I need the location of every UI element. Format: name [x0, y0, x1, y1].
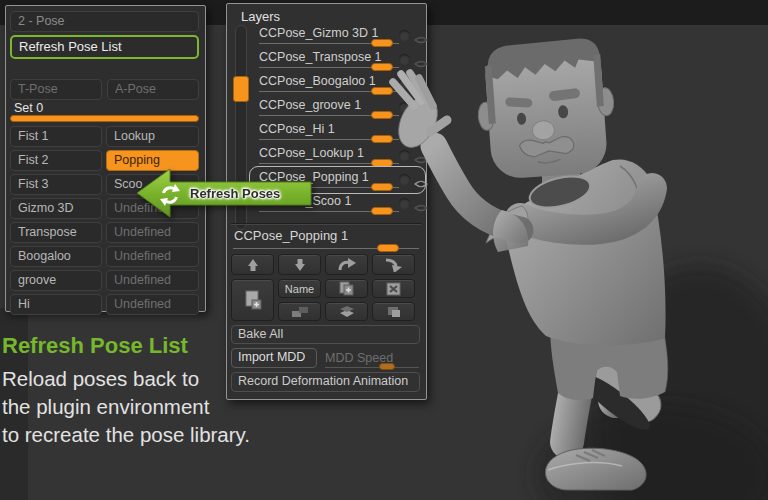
curved-arrow-down-right-icon: [384, 257, 404, 272]
split-layer-icon: [339, 305, 355, 318]
layer-row-hi[interactable]: CCPose_Hi 1: [257, 122, 423, 144]
pose-slot-undefined-2[interactable]: Undefined: [106, 222, 199, 243]
pose-slot-undefined-5[interactable]: Undefined: [106, 294, 199, 315]
record-deformation-button[interactable]: Record Deformation Animation: [231, 372, 420, 392]
eye-icon[interactable]: [414, 175, 428, 193]
layer-intensity-slider[interactable]: [371, 111, 393, 119]
split-layer-button[interactable]: [325, 302, 368, 321]
delete-layer-button[interactable]: [372, 279, 415, 298]
layer-intensity-slider[interactable]: [371, 135, 393, 143]
layer-intensity-slider[interactable]: [371, 207, 393, 215]
refresh-poses-callout: Refresh Poses: [134, 166, 314, 220]
t-pose-button[interactable]: T-Pose: [10, 79, 102, 100]
caption-title: Refresh Pose List: [2, 333, 262, 359]
import-mdd-button[interactable]: Import MDD: [231, 348, 317, 368]
new-layer-button[interactable]: [231, 279, 274, 321]
pose-slot-boogaloo[interactable]: Boogaloo: [10, 246, 102, 267]
caption-line-2: the plugin environment: [2, 393, 262, 421]
layer-name: CCPose_Hi 1: [259, 122, 335, 136]
refresh-pose-list-button[interactable]: Refresh Pose List: [10, 35, 199, 59]
layer-name: CCPose_Lookup 1: [259, 146, 364, 160]
duplicate-layer-button[interactable]: [325, 279, 368, 298]
pose-slot-groove[interactable]: groove: [10, 270, 102, 291]
layer-name: CCPose_groove 1: [259, 98, 361, 112]
pose-slot-gizmo3d[interactable]: Gizmo 3D: [10, 198, 102, 219]
flatten-layer-icon: [386, 305, 402, 318]
pose-slot-transpose[interactable]: Transpose: [10, 222, 102, 243]
bake-all-button[interactable]: Bake All: [231, 325, 420, 344]
duplicate-icon: [338, 281, 356, 296]
pose-slot-undefined-3[interactable]: Undefined: [106, 246, 199, 267]
merge-down-icon: [291, 306, 309, 318]
active-layer-slider[interactable]: [377, 244, 399, 252]
move-layer-down-button[interactable]: [278, 254, 321, 275]
pose-panel-header[interactable]: 2 - Pose: [10, 11, 199, 32]
record-dot-icon[interactable]: [399, 174, 410, 185]
curved-arrow-right-icon: [337, 257, 357, 272]
eye-icon[interactable]: [414, 55, 428, 73]
arrow-down-icon: [292, 258, 308, 272]
layer-name: CCPose_Boogaloo 1: [259, 74, 376, 88]
pose-slot-hi[interactable]: Hi: [10, 294, 102, 315]
pose-slot-fist3[interactable]: Fist 3: [10, 174, 102, 195]
record-dot-icon[interactable]: [399, 78, 410, 89]
layer-row-groove[interactable]: CCPose_groove 1: [257, 98, 423, 120]
pose-slot-lookup[interactable]: Lookup: [106, 126, 199, 147]
rename-layer-button[interactable]: Name: [278, 279, 321, 298]
caption-line-3: to recreate the pose library.: [2, 421, 262, 449]
mdd-speed-slider[interactable]: [379, 363, 395, 370]
mdd-speed-track: [325, 367, 419, 368]
eye-icon[interactable]: [414, 199, 428, 217]
caption-line-1: Reload poses back to: [2, 365, 262, 393]
move-layer-up-button[interactable]: [231, 254, 274, 275]
branch-down-button[interactable]: [372, 254, 415, 275]
layer-intensity-slider[interactable]: [371, 183, 393, 191]
layer-intensity-slider[interactable]: [371, 63, 393, 71]
eye-icon[interactable]: [414, 31, 428, 49]
redo-curve-button[interactable]: [325, 254, 368, 275]
eye-icon[interactable]: [414, 103, 428, 121]
pose-slot-fist1[interactable]: Fist 1: [10, 126, 102, 147]
separator: [231, 223, 421, 224]
layer-row-boogaloo[interactable]: CCPose_Boogaloo 1: [257, 74, 423, 96]
new-layer-icon: [244, 290, 262, 310]
set-slider[interactable]: [10, 115, 199, 122]
layers-scroll-handle[interactable]: [233, 76, 249, 102]
layer-intensity-slider[interactable]: [371, 39, 393, 47]
set-label: Set 0: [14, 101, 43, 115]
refresh-poses-label: Refresh Poses: [190, 186, 280, 201]
layer-name: CCPose_Gizmo 3D 1: [259, 26, 379, 40]
layer-row-gizmo3d[interactable]: CCPose_Gizmo 3D 1: [257, 26, 423, 48]
pose-slot-undefined-4[interactable]: Undefined: [106, 270, 199, 291]
active-layer-name: CCPose_Popping 1: [234, 228, 348, 243]
layer-row-transpose[interactable]: CCPose_Transpose 1: [257, 50, 423, 72]
record-dot-icon[interactable]: [399, 126, 410, 137]
flatten-layer-button[interactable]: [372, 302, 415, 321]
record-dot-icon[interactable]: [399, 102, 410, 113]
pose-slot-fist2[interactable]: Fist 2: [10, 150, 102, 171]
refresh-icon: [158, 183, 182, 207]
delete-icon: [386, 282, 401, 296]
record-dot-icon[interactable]: [399, 198, 410, 209]
layer-intensity-slider[interactable]: [371, 87, 393, 95]
record-dot-icon[interactable]: [399, 150, 410, 161]
eye-icon[interactable]: [414, 127, 428, 145]
pose-plugin-panel: 2 - Pose Refresh Pose List T-Pose A-Pose…: [5, 5, 206, 312]
a-pose-button[interactable]: A-Pose: [107, 79, 199, 100]
layers-panel-title: Layers: [241, 9, 280, 24]
merge-down-button[interactable]: [278, 302, 321, 321]
layer-name: CCPose_Transpose 1: [259, 50, 382, 64]
zbrush-workspace: 2 - Pose Refresh Pose List T-Pose A-Pose…: [0, 0, 768, 500]
caption-block: Refresh Pose List Reload poses back to t…: [2, 333, 262, 449]
record-dot-icon[interactable]: [399, 30, 410, 41]
layer-row-lookup[interactable]: CCPose_Lookup 1: [257, 146, 423, 168]
record-dot-icon[interactable]: [399, 54, 410, 65]
eye-icon[interactable]: [414, 79, 428, 97]
arrow-up-icon: [245, 258, 261, 272]
